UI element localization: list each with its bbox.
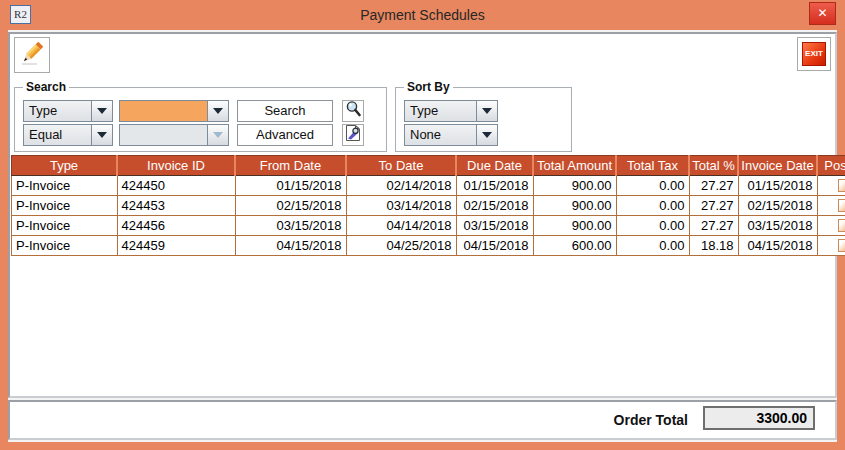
posted-checkbox[interactable] [838, 239, 845, 252]
search-operator-value: Equal [23, 124, 91, 146]
table-cell-invoice_date: 03/15/2018 [738, 216, 817, 236]
search-value2-text [119, 124, 207, 146]
search-value-input[interactable] [119, 100, 229, 122]
table-cell-from_date: 03/15/2018 [235, 216, 346, 236]
doc-magnifier-icon [344, 124, 362, 146]
table-cell-type: P-Invoice [12, 176, 118, 196]
sort-by-legend: Sort By [404, 80, 453, 94]
table-cell-invoice_id: 424450 [117, 176, 235, 196]
search-field-value: Type [23, 100, 91, 122]
search-operator-select[interactable]: Equal [23, 124, 113, 146]
advanced-search-button[interactable] [342, 124, 364, 146]
content-area: EXIT Search Type Search [8, 30, 837, 442]
table-cell-from_date: 04/15/2018 [235, 236, 346, 256]
column-header-type[interactable]: Type [12, 156, 118, 176]
close-button[interactable]: ✕ [809, 2, 836, 25]
search-legend: Search [23, 80, 69, 94]
search-field-select[interactable]: Type [23, 100, 113, 122]
magnifier-icon [344, 100, 362, 122]
table-cell-total_amount: 900.00 [533, 176, 616, 196]
sort-secondary-value: None [404, 124, 476, 146]
table-cell-from_date: 02/15/2018 [235, 196, 346, 216]
footer-panel: Order Total 3300.00 [8, 400, 837, 440]
pencil-icon [17, 38, 47, 72]
column-header-posted[interactable]: Posted [817, 156, 845, 176]
search-value-text [119, 100, 207, 122]
column-header-total_pct[interactable]: Total % [689, 156, 738, 176]
column-header-from_date[interactable]: From Date [235, 156, 346, 176]
exit-button[interactable]: EXIT [797, 37, 831, 71]
search-button[interactable]: Search [237, 100, 333, 122]
table-cell-total_tax: 0.00 [616, 196, 689, 216]
column-header-to_date[interactable]: To Date [346, 156, 456, 176]
sort-primary-value: Type [404, 100, 476, 122]
table-cell-invoice_date: 01/15/2018 [738, 176, 817, 196]
column-header-due_date[interactable]: Due Date [456, 156, 533, 176]
chevron-down-icon [207, 100, 229, 122]
column-header-total_amount[interactable]: Total Amount [533, 156, 616, 176]
search-groupbox: Search Type Search [14, 87, 387, 152]
table-cell-invoice_id: 424459 [117, 236, 235, 256]
table-cell-type: P-Invoice [12, 196, 118, 216]
table-cell-posted [817, 196, 845, 216]
table-cell-invoice_date: 02/15/2018 [738, 196, 817, 216]
table-cell-type: P-Invoice [12, 236, 118, 256]
table-cell-total_tax: 0.00 [616, 176, 689, 196]
table-cell-posted [817, 236, 845, 256]
table-cell-invoice_id: 424453 [117, 196, 235, 216]
title-bar[interactable]: R2 Payment Schedules ✕ [0, 0, 845, 30]
close-icon: ✕ [817, 6, 827, 20]
payment-schedule-grid: TypeInvoice IDFrom DateTo DateDue DateTo… [11, 155, 845, 256]
table-row[interactable]: P-Invoice42445904/15/201804/25/201804/15… [12, 236, 845, 256]
chevron-down-icon [91, 124, 113, 146]
chevron-down-icon [207, 124, 229, 146]
table-cell-total_amount: 900.00 [533, 196, 616, 216]
sort-secondary-select[interactable]: None [404, 124, 498, 146]
table-header-row: TypeInvoice IDFrom DateTo DateDue DateTo… [12, 156, 845, 176]
table-cell-invoice_date: 04/15/2018 [738, 236, 817, 256]
table-row[interactable]: P-Invoice42445603/15/201804/14/201803/15… [12, 216, 845, 236]
table-cell-total_tax: 0.00 [616, 236, 689, 256]
sort-primary-select[interactable]: Type [404, 100, 498, 122]
table-cell-to_date: 04/25/2018 [346, 236, 456, 256]
table-cell-due_date: 03/15/2018 [456, 216, 533, 236]
posted-checkbox[interactable] [838, 199, 845, 212]
sort-by-groupbox: Sort By Type None [395, 87, 572, 152]
exit-icon: EXIT [802, 42, 826, 66]
table-cell-total_amount: 900.00 [533, 216, 616, 236]
table-cell-total_pct: 27.27 [689, 176, 738, 196]
table-cell-invoice_id: 424456 [117, 216, 235, 236]
order-total-field: 3300.00 [703, 406, 815, 430]
table-cell-total_pct: 27.27 [689, 216, 738, 236]
table-cell-total_pct: 18.18 [689, 236, 738, 256]
edit-button[interactable] [14, 37, 50, 73]
table-cell-posted [817, 176, 845, 196]
table-row[interactable]: P-Invoice42445001/15/201802/14/201801/15… [12, 176, 845, 196]
payment-schedules-window: R2 Payment Schedules ✕ [0, 0, 845, 450]
column-header-total_tax[interactable]: Total Tax [616, 156, 689, 176]
table-cell-total_pct: 27.27 [689, 196, 738, 216]
column-header-invoice_date[interactable]: Invoice Date [738, 156, 817, 176]
advanced-button[interactable]: Advanced [237, 124, 333, 146]
table-cell-due_date: 04/15/2018 [456, 236, 533, 256]
table-cell-from_date: 01/15/2018 [235, 176, 346, 196]
posted-checkbox[interactable] [838, 179, 845, 192]
posted-checkbox[interactable] [838, 219, 845, 232]
table-row[interactable]: P-Invoice42445302/15/201803/14/201802/15… [12, 196, 845, 216]
table-cell-to_date: 03/14/2018 [346, 196, 456, 216]
chevron-down-icon [91, 100, 113, 122]
table-cell-to_date: 04/14/2018 [346, 216, 456, 236]
table-cell-total_tax: 0.00 [616, 216, 689, 236]
table-body: P-Invoice42445001/15/201802/14/201801/15… [12, 176, 845, 256]
table-cell-posted [817, 216, 845, 236]
main-panel: EXIT Search Type Search [8, 32, 837, 398]
quick-search-button[interactable] [342, 100, 364, 122]
column-header-invoice_id[interactable]: Invoice ID [117, 156, 235, 176]
window-title: Payment Schedules [0, 0, 845, 30]
chevron-down-icon [476, 124, 498, 146]
table-cell-due_date: 02/15/2018 [456, 196, 533, 216]
table-cell-due_date: 01/15/2018 [456, 176, 533, 196]
chevron-down-icon [476, 100, 498, 122]
table-cell-to_date: 02/14/2018 [346, 176, 456, 196]
table-cell-type: P-Invoice [12, 216, 118, 236]
